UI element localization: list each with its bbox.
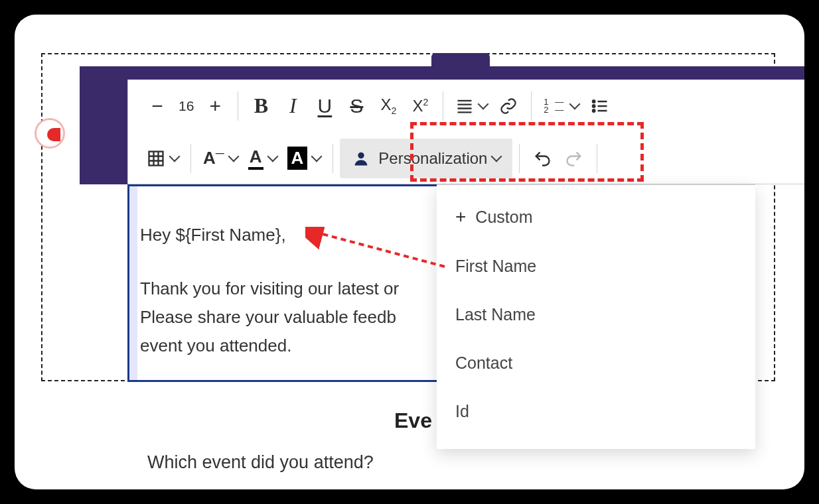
svg-rect-10	[149, 151, 163, 165]
recording-indicator	[35, 118, 65, 149]
bg-color-icon: A	[287, 147, 308, 170]
svg-point-6	[593, 105, 595, 107]
redo-button[interactable]	[558, 141, 590, 176]
editor-line: Please share your valuable feedb	[140, 303, 436, 332]
font-size-value[interactable]: 16	[173, 89, 199, 123]
question-text: Which event did you attend?	[147, 452, 374, 473]
toolbar-divider	[190, 144, 191, 173]
editor-line: Hey ${First Name},	[140, 221, 436, 249]
underline-button[interactable]: U	[309, 89, 340, 123]
undo-icon	[533, 149, 552, 168]
tab-handle[interactable]	[431, 53, 490, 66]
toolbar-row-1: − 16 + B I U S X2 X2 1 —2 —	[128, 80, 804, 132]
ordered-list-icon: 1 —2 —	[544, 98, 565, 114]
app-frame: − 16 + B I U S X2 X2 1 —2 —	[15, 15, 804, 489]
side-bar	[80, 66, 127, 184]
text-editor[interactable]: Hey ${First Name}, Thank you for visitin…	[127, 184, 445, 382]
toolbar-divider	[597, 144, 597, 173]
dropdown-item-custom[interactable]: Custom	[437, 192, 755, 242]
font-size-increase[interactable]: +	[199, 89, 231, 123]
svg-point-4	[593, 100, 595, 103]
align-button[interactable]	[450, 89, 492, 123]
subscript-button[interactable]: X2	[372, 89, 404, 123]
toolbar-divider	[443, 92, 443, 121]
chevron-down-icon	[228, 151, 239, 162]
header-bar	[80, 66, 804, 80]
dropdown-item-first-name[interactable]: First Name	[437, 242, 755, 290]
svg-point-8	[593, 109, 595, 112]
chevron-down-icon	[169, 151, 181, 162]
section-heading: Eve	[394, 409, 432, 433]
link-button[interactable]	[492, 89, 524, 123]
text-color-button[interactable]: A	[243, 141, 282, 176]
dropdown-item-contact[interactable]: Contact	[437, 339, 755, 387]
bullet-list-button[interactable]	[584, 89, 616, 123]
editor-content[interactable]: Hey ${First Name}, Thank you for visitin…	[140, 221, 436, 360]
italic-button[interactable]: I	[277, 89, 309, 123]
bold-button[interactable]: B	[245, 89, 277, 123]
editor-line: event you attended.	[140, 332, 436, 360]
chevron-down-icon	[491, 151, 502, 162]
chevron-down-icon	[311, 151, 323, 162]
toolbar-divider	[333, 144, 333, 173]
personalization-label: Personalization	[378, 149, 487, 168]
redo-icon	[565, 149, 583, 168]
chevron-down-icon	[267, 151, 278, 162]
editor-toolbar: − 16 + B I U S X2 X2 1 —2 —	[127, 80, 804, 184]
dropdown-item-last-name[interactable]: Last Name	[437, 290, 755, 339]
undo-button[interactable]	[526, 141, 558, 176]
toolbar-divider	[519, 144, 520, 173]
svg-point-15	[358, 152, 364, 158]
text-color-icon: A	[248, 147, 263, 170]
editor-line: Thank you for visiting our latest or	[140, 275, 436, 303]
chevron-down-icon	[569, 98, 581, 109]
dropdown-item-id[interactable]: Id	[437, 387, 755, 436]
link-icon	[499, 97, 518, 115]
toolbar-divider	[531, 92, 532, 121]
toolbar-divider	[238, 92, 238, 121]
table-button[interactable]	[141, 141, 184, 176]
strikethrough-button[interactable]: S	[340, 89, 372, 123]
toolbar-row-2: A— A A Personalization	[128, 132, 804, 184]
chevron-down-icon	[478, 98, 489, 109]
ordered-list-button[interactable]: 1 —2 —	[538, 89, 584, 123]
table-icon	[147, 149, 165, 168]
align-lines-icon	[455, 97, 474, 115]
font-size-decrease[interactable]: −	[141, 89, 173, 123]
font-style-button[interactable]: A—	[198, 141, 243, 176]
bullet-list-icon	[591, 97, 609, 115]
superscript-button[interactable]: X2	[404, 89, 436, 123]
personalization-dropdown: Custom First Name Last Name Contact Id	[437, 184, 755, 449]
person-icon	[352, 149, 370, 168]
bg-color-button[interactable]: A	[282, 141, 327, 176]
personalization-button[interactable]: Personalization	[340, 139, 512, 178]
